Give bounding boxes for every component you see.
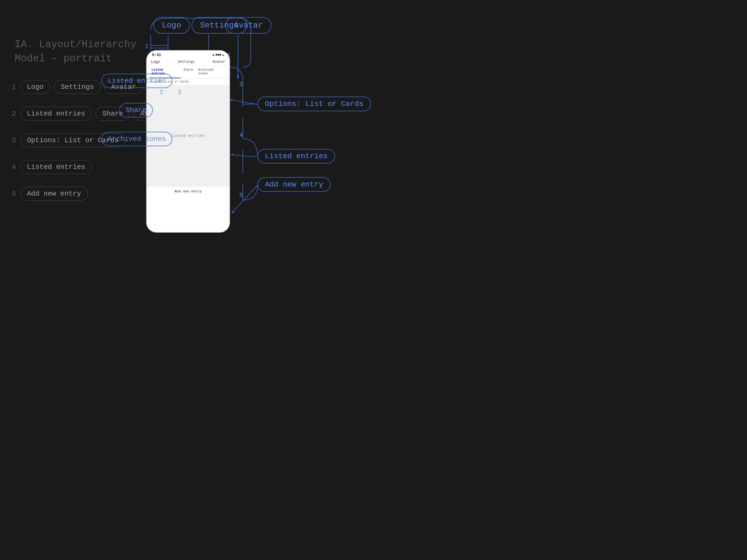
svg-marker-16 [230,99,233,101]
top-bubble-avatar: Avatar [226,17,271,34]
legend-number-5: 5 [8,190,16,198]
legend-chip-add-new-entry: Add new entry [20,187,88,201]
phone-tab-share[interactable]: Share [181,66,196,78]
line-label-1-left: 1 [145,43,148,50]
line-label-2-sh: 2 [178,89,181,96]
line-label-1-right: 1 [227,52,231,59]
svg-marker-7 [237,76,239,79]
battery-icon: ▬ [222,53,224,57]
bubble-archived-zones: Archived zones [101,132,172,146]
legend-chip-logo: Logo [20,80,50,94]
legend-number-3: 3 [8,136,16,145]
right-bubble-add-new-entry: Add new entry [257,177,331,192]
legend-chip-listed-entries: Listed entries [20,107,92,121]
phone-navbar-avatar: Avatar [213,60,225,64]
right-bubble-options: Options: List or Cards [257,97,371,111]
svg-marker-20 [231,211,234,213]
legend-chip-listed-entries-4: Listed entries [20,160,92,174]
page-title: IA. Layout/Hierarchy Model – portrait [15,37,136,66]
line-label-2-le: 2 [159,89,163,96]
svg-marker-18 [231,154,233,156]
phone-status-icons: ▲ ■■■ ▬ [212,53,224,57]
phone-navbar-settings: Settings [178,60,195,64]
legend-number-4: 4 [8,163,16,171]
phone-footer: Add new entry [147,186,229,196]
legend-number-2: 2 [8,110,16,118]
phone-status-time: 9:41 [152,53,161,57]
bubble-listed-entries: Listed entries [101,74,172,88]
wifi-icon: ▲ [212,53,214,57]
phone-status-bar: 9:41 ▲ ■■■ ▬ [147,51,229,58]
signal-icon: ■■■ [215,53,221,57]
svg-line-17 [231,155,256,157]
line-label-5-right: 5 [239,192,243,199]
legend-chips-4: Listed entries [20,160,92,174]
phone-content-label: Listed entries [171,134,205,138]
bubble-share: Share [119,103,153,118]
right-bubble-listed-entries: Listed entries [257,149,335,163]
phone-navbar-logo: Logo [151,60,160,64]
phone-navbar: Logo Settings Avatar [147,58,229,66]
legend-number-1: 1 [8,83,16,91]
top-bubble-logo: Logo [153,17,190,34]
svg-line-19 [231,185,257,213]
line-label-3-right: 3 [239,81,243,88]
svg-line-15 [230,100,257,104]
legend-chips-5: Add new entry [20,187,88,201]
legend-chip-settings: Settings [54,80,101,94]
line-label-4-right: 4 [239,132,243,139]
phone-tab-archived-zones[interactable]: Archived zones [196,66,227,78]
